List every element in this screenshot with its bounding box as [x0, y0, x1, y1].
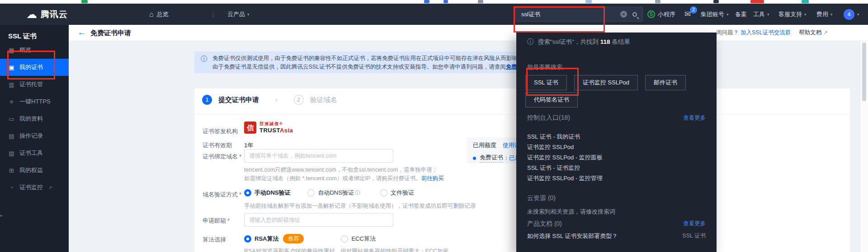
scrollbar-thumb[interactable] [862, 42, 866, 101]
buy-paid-cert-link[interactable]: 前往购买 [421, 175, 444, 182]
sidebar-item-operation-log[interactable]: ▤ 操作记录 [0, 127, 69, 145]
nav-item-overview[interactable]: ⌂ 总览 [149, 4, 169, 25]
step-2-circle: 2 [294, 95, 304, 105]
suggest-buttons-row-1: SSL 证书 证书监控 SSLPod 邮件证书 [525, 75, 686, 90]
suggest-ssl-cert-button[interactable]: SSL 证书 [525, 75, 567, 90]
help-doc-link[interactable]: 帮助文档 [799, 29, 821, 37]
chevron-down-icon: ▾ [857, 12, 859, 17]
console-section-title: 控制台入口(18) [527, 114, 570, 122]
banner-line-2: 由于免费证书是无偿提供，因此腾讯云SSL证书不提供免费证书的技术支持或安装指导。… [212, 63, 557, 71]
brand-logo[interactable]: ☁ 腾讯云 [26, 4, 68, 25]
verify-method-options: 手动DNS验证 自动DNS验证 ⓘ 文件验证 [244, 189, 414, 197]
radio-ecc-label: ECC算法 [351, 235, 375, 243]
sidebar-item-one-click-https[interactable]: ≡ 一键HTTPS [0, 93, 69, 110]
sidebar-item-label: 我的资料 [19, 115, 43, 123]
console-view-more-link[interactable]: 查看更多 [683, 114, 706, 122]
trustasia-logo-en: TRUSTAsia [259, 127, 293, 134]
suggest-code-sign-cert-button[interactable]: 代码签名证书 [525, 92, 578, 107]
clear-search-icon[interactable]: ✕ [620, 11, 627, 18]
suggest-email-cert-button[interactable]: 邮件证书 [645, 75, 686, 90]
sidebar-item-my-certificates[interactable]: ▣ 我的证书 [0, 59, 69, 76]
sidebar-item-cert-monitor[interactable]: ◔ 证书监控 ↗ [0, 179, 69, 196]
console-entry[interactable]: 证书监控 SSLPod - 监控管理 [527, 174, 603, 182]
nav-item-beian[interactable]: 备案 [735, 4, 747, 25]
required-asterisk: * [239, 153, 241, 160]
radio-rsa[interactable] [244, 235, 251, 243]
join-group-link[interactable]: 加入SSL证书交流群 [741, 29, 791, 37]
annotation-fragment [713, 0, 719, 3]
document-icon: ▤ [8, 133, 15, 140]
resources-empty-text: 未搜索到相关资源，请修改搜索词 [527, 208, 615, 216]
banner-line-2-text: 由于免费证书是无偿提供，因此腾讯云SSL证书不提供免费证书的技术支持或安装指导。… [212, 64, 506, 70]
nav-item-messages[interactable]: ✉ 2 [684, 4, 691, 25]
domain-input[interactable] [244, 149, 393, 163]
doc-result-row: 如何选择 SSL 证书安装部署类型？ SSL 证书 [527, 232, 706, 240]
step-indicator: 1 提交证书申请 › 2 验证域名 [202, 95, 337, 105]
result-count: 118 [600, 38, 610, 45]
sidebar-item-overview[interactable]: ▦ 概览 [0, 42, 69, 59]
sidebar-item-cert-tools[interactable]: ▧ 证书工具 [0, 145, 69, 162]
step-separator-icon: › [275, 96, 278, 103]
console-entry[interactable]: 证书监控 SSLPod [527, 143, 574, 151]
user-avatar-menu[interactable]: 4 ▾ [844, 4, 859, 25]
nav-item-tools[interactable]: 工具 ▾ [753, 4, 769, 25]
docs-view-more-link[interactable]: 查看更多 [683, 220, 706, 228]
nav-item-billing[interactable]: 费用 ▾ [816, 4, 833, 25]
back-button[interactable]: ← [78, 28, 85, 37]
console-entry[interactable]: SSL 证书 - 证书监控 [527, 164, 580, 172]
annotation-fragment [424, 0, 429, 3]
message-count-badge: 2 [690, 6, 697, 14]
gauge-icon: ◔ [8, 184, 15, 191]
radio-file-verify[interactable] [380, 189, 387, 196]
resources-section-title: 云资源 (0) [527, 194, 556, 202]
doc-entry-link[interactable]: 如何选择 SSL 证书安装部署类型？ [527, 232, 618, 240]
nav-item-mini-program[interactable]: S 小程序 [647, 4, 675, 25]
required-asterisk: * [227, 217, 230, 224]
info-icon[interactable]: ⓘ [355, 189, 360, 197]
doc-entry-tag: SSL 证书 [682, 232, 706, 240]
group-account-label: 集团账号 [701, 10, 724, 19]
sidebar-item-my-profile[interactable]: ▭ 我的资料 [0, 110, 69, 127]
sidebar-item-label: 操作记录 [19, 132, 43, 140]
search-input[interactable] [521, 11, 620, 18]
algorithm-options: RSA算法 推荐 ECC算法 [244, 234, 376, 243]
sliders-icon: ≡ [8, 98, 15, 105]
annotation-fragment [81, 0, 88, 3]
bullet-dot-icon [473, 157, 476, 160]
console-entry[interactable]: SSL 证书 - 我的证书 [527, 133, 580, 141]
chevron-down-icon: ▾ [726, 12, 729, 17]
annotation-fragment [802, 0, 809, 3]
scrollbar-track[interactable] [860, 41, 868, 252]
trustasia-logo-icon: 信 [244, 121, 256, 134]
sidebar-item-label: 我的证书 [19, 63, 43, 71]
quota-used-label: 已用额度 [473, 142, 496, 149]
radio-ecc[interactable] [341, 235, 348, 243]
validity-label: 证书有效期 [203, 141, 232, 149]
domain-help-2: 如需绑定泛域名（例如 *.tencent.com）或者绑定IP，请购买付费证书。… [244, 175, 444, 182]
global-search-box[interactable]: ✕ [515, 7, 643, 22]
radio-manual-dns[interactable] [244, 189, 251, 196]
certificate-icon: ▣ [8, 64, 15, 71]
suggest-sslpod-button[interactable]: 证书监控 SSLPod [574, 75, 638, 90]
nav-item-group-account[interactable]: 集团账号 ▾ [701, 4, 729, 25]
radio-auto-dns[interactable] [307, 189, 315, 196]
email-label: 申请邮箱* [203, 217, 230, 225]
validity-value: 1年 [244, 141, 253, 149]
email-field[interactable] [244, 213, 393, 227]
sidebar-item-cert-hosting[interactable]: ▥ 证书托管 [0, 76, 69, 93]
trustasia-logo-cn: 亞洲誠信® [259, 121, 293, 127]
radio-manual-dns-label: 手动DNS验证 [255, 189, 290, 197]
sidebar-item-label: 概览 [19, 46, 31, 54]
search-icon[interactable] [632, 12, 637, 17]
avatar: 4 [844, 9, 854, 20]
annotation-fragment [585, 0, 592, 3]
console-entry[interactable]: 证书监控 SSLPod - 监控面板 [527, 154, 603, 162]
info-icon: ⓘ [201, 55, 207, 63]
sidebar: SSL 证书 ▦ 概览 ▣ 我的证书 ▥ 证书托管 ≡ 一键HTTPS ▭ 我的… [0, 25, 69, 252]
sidebar-collapse-handle[interactable]: ▸ [0, 213, 3, 218]
mini-program-label: 小程序 [658, 10, 675, 19]
nav-divider: | [212, 4, 214, 25]
sidebar-item-my-benefits[interactable]: ⊞ 我的权益 [0, 162, 69, 179]
nav-item-support[interactable]: 客服支持 ▾ [778, 4, 807, 25]
nav-item-cloud-products[interactable]: 云产品 ▾ [227, 4, 250, 25]
